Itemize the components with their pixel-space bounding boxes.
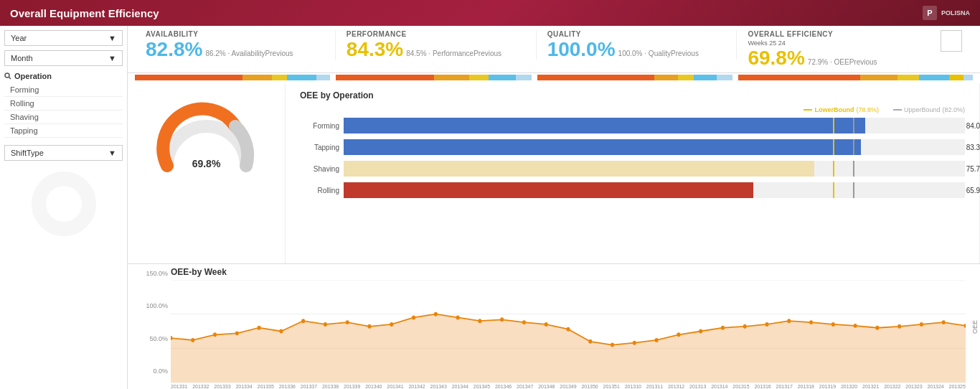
operation-shaving[interactable]: Shaving (4, 111, 123, 124)
bar-value: 75.7% (966, 165, 980, 173)
legend-upper: UpperBound (82.0%) (893, 106, 965, 113)
svg-point-13 (213, 332, 217, 337)
kpi-row: AVAILABILITY 82.8% 86.2% · AvailabilityP… (128, 26, 980, 73)
charts-area: 69.8% OEE by Operation LowerBound (78.8%… (128, 83, 980, 263)
kpi-overall-prev: 72.9% · OEEPrevious (808, 58, 877, 66)
kpi-performance: PERFORMANCE 84.3% 84.5% · PerformancePre… (336, 30, 537, 60)
progress-bar-availability (135, 75, 330, 80)
svg-point-33 (655, 338, 659, 342)
svg-point-19 (346, 320, 349, 324)
svg-point-38 (765, 322, 768, 327)
operation-forming[interactable]: Forming (4, 83, 123, 97)
oee-week-section: 150.0% 100.0% 50.0% 0.0% OEE-by Week (128, 263, 980, 389)
svg-point-23 (434, 312, 438, 317)
operation-rolling[interactable]: Rolling (4, 97, 123, 111)
kpi-weeks-label: Weeks 25 24 (748, 39, 877, 47)
week-chart-body (171, 280, 966, 383)
week-y-label: OEE (970, 264, 980, 389)
svg-point-20 (367, 324, 371, 329)
app-title: Overall Equipment Efficiency (10, 7, 159, 19)
watermark (4, 168, 123, 241)
svg-line-3 (9, 78, 11, 80)
kpi-performance-value: 84.3% (347, 39, 403, 60)
kpi-availability: AVAILABILITY 82.8% 86.2% · AvailabilityP… (135, 30, 336, 60)
operation-list: Forming Rolling Shaving Tapping (4, 83, 123, 138)
svg-point-39 (787, 319, 791, 323)
svg-point-32 (633, 341, 636, 345)
upper-bound-line (853, 139, 854, 155)
svg-point-22 (412, 315, 415, 319)
bar-row-forming: Forming 84.0% (300, 118, 965, 133)
progress-bar-performance (336, 75, 531, 80)
kpi-availability-value: 82.8% (146, 39, 202, 60)
week-y-axis: 150.0% 100.0% 50.0% 0.0% (128, 264, 171, 389)
month-filter[interactable]: Month ▼ (4, 50, 123, 66)
svg-point-45 (920, 322, 923, 327)
app-header: Overall Equipment Efficiency P POLISNA (0, 0, 980, 26)
bar-fill (344, 182, 753, 198)
bar-row-tapping: Tapping 83.3% (300, 139, 965, 155)
bar-label: Tapping (300, 144, 339, 151)
svg-point-43 (875, 326, 879, 330)
year-filter[interactable]: Year ▼ (4, 30, 123, 46)
kpi-performance-prev: 84.5% · PerformancePrevious (406, 50, 501, 57)
svg-point-16 (279, 329, 283, 334)
upper-bound-line (853, 161, 854, 177)
svg-point-42 (854, 324, 857, 328)
shift-type-filter[interactable]: ShiftType ▼ (4, 145, 123, 161)
kpi-overall-label: OVERALL EFFICIENCY (748, 30, 877, 38)
kpi-quality: QUALITY 100.0% 100.0% · QualityPrevious (537, 30, 738, 60)
bar-row-shaving: Shaving 75.7% (300, 161, 965, 177)
bar-track: 65.9% (344, 182, 965, 198)
svg-point-14 (235, 331, 239, 335)
svg-point-35 (699, 329, 702, 334)
svg-point-29 (566, 327, 570, 332)
lower-bound-line (833, 139, 834, 155)
svg-point-25 (478, 319, 481, 323)
svg-point-41 (831, 322, 835, 327)
bar-fill (344, 118, 865, 133)
bar-label: Shaving (300, 165, 339, 173)
bar-fill (344, 139, 861, 155)
kpi-quality-value: 100.0% (547, 39, 616, 60)
progress-bars-row (128, 73, 980, 83)
bar-track: 83.3% (344, 139, 965, 155)
bar-value: 84.0% (966, 122, 980, 130)
bar-label: Forming (300, 122, 339, 130)
gauge-container: 69.8% (156, 105, 257, 169)
kpi-overall: OVERALL EFFICIENCY Weeks 25 24 69.8% 72.… (737, 30, 973, 68)
svg-point-17 (301, 319, 305, 323)
kpi-availability-prev: 86.2% · AvailabilityPrevious (205, 50, 293, 57)
overall-box (941, 30, 962, 52)
kpi-quality-prev: 100.0% · QualityPrevious (618, 50, 699, 57)
svg-point-31 (611, 343, 614, 347)
logo-text: POLISNA (941, 9, 970, 17)
svg-marker-10 (171, 314, 966, 383)
lower-bound-line (833, 118, 834, 133)
svg-point-18 (324, 322, 327, 327)
gauge-section: 69.8% (128, 83, 286, 263)
operation-section-title: Operation (4, 72, 123, 80)
svg-point-30 (588, 339, 592, 344)
legend-lower: LowerBound (78.8%) (804, 106, 879, 113)
svg-point-44 (897, 324, 901, 329)
operation-tapping[interactable]: Tapping (4, 124, 123, 138)
bar-row-rolling: Rolling 65.9% (300, 182, 965, 198)
progress-bar-overall (738, 75, 973, 80)
week-area-chart (171, 280, 966, 383)
upper-bound-line (853, 182, 854, 198)
svg-point-15 (258, 326, 261, 330)
lower-bound-line (833, 161, 834, 177)
kpi-availability-label: AVAILABILITY (146, 30, 324, 38)
sidebar: Year ▼ Month ▼ Operation Forming Rolling… (0, 26, 128, 389)
lower-bound-line (833, 182, 834, 198)
bar-value: 83.3% (966, 144, 980, 151)
svg-point-27 (522, 320, 526, 324)
bar-track: 75.7% (344, 161, 965, 177)
svg-point-21 (390, 322, 393, 327)
week-title: OEE-by Week (171, 267, 966, 277)
progress-bar-quality (537, 75, 732, 80)
svg-point-36 (721, 326, 725, 330)
svg-point-28 (545, 322, 548, 327)
svg-point-37 (743, 324, 747, 329)
